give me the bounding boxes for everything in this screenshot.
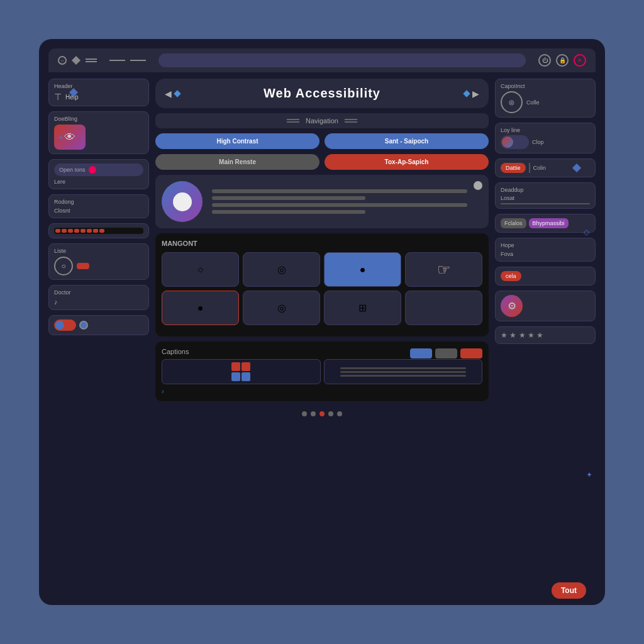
- page-dot-3[interactable]: [319, 411, 325, 416]
- tox-btn[interactable]: Tox-Ap-Sapich: [325, 154, 489, 170]
- grid-cell-2: [242, 362, 250, 371]
- main-renste-btn[interactable]: Main Renste: [155, 154, 319, 170]
- nav-diamond-right: [463, 90, 470, 97]
- url-bar[interactable]: [158, 53, 526, 67]
- browser-line-3: [109, 60, 125, 61]
- caption-more[interactable]: ›: [162, 387, 482, 395]
- toggle-switch-dot: [502, 136, 513, 148]
- open-lens-toggle[interactable]: Open Ions: [54, 164, 143, 176]
- nav-lines-right: [345, 119, 357, 123]
- deco-star-1: ✦: [58, 133, 64, 142]
- grid-cell-4: [242, 372, 250, 381]
- power-button[interactable]: ⏻: [538, 54, 551, 67]
- toggle-dot-active: [89, 166, 96, 174]
- high-contrast-btn[interactable]: High Contrast: [155, 133, 319, 149]
- browser-diamond: [72, 56, 80, 65]
- cela-btn[interactable]: cela: [501, 271, 521, 281]
- pagination: [155, 411, 489, 416]
- mangout-section: MANGONT ○ ◎ ● ☞ ● ◎ ⊞: [155, 233, 489, 336]
- knob-area: [162, 181, 206, 222]
- r-toggle-group: Loy line Clop: [495, 123, 596, 153]
- p-dot-8: [99, 229, 104, 233]
- grid-cell-1: [231, 362, 240, 371]
- r-deaddup: Deaddup Losat: [495, 182, 596, 209]
- knob-control[interactable]: [162, 181, 203, 222]
- doctor-label: Doctor: [54, 289, 143, 296]
- r-stars: ★ ★ ★ ★ ★: [495, 326, 596, 344]
- bhypmassibi-btn[interactable]: Bhypmassibi: [529, 218, 569, 228]
- nav-arrow-left[interactable]: ◀: [165, 89, 180, 99]
- mangout-cell-1[interactable]: ○: [162, 252, 239, 287]
- browser-line-1: [86, 58, 97, 60]
- mangout-cell-2[interactable]: ◎: [243, 252, 320, 287]
- caption-btn-1[interactable]: [410, 348, 432, 358]
- circle-icon-left: ○: [54, 257, 73, 275]
- clop-label: Clop: [532, 139, 544, 145]
- content-line-1: [212, 189, 467, 193]
- content-line-3: [212, 203, 467, 207]
- sidebar-progress-item: [48, 223, 149, 238]
- sidebar-header-item: Header ⊤ Help: [48, 79, 149, 106]
- sidebar-rodong-item: Rodong Closnt: [48, 194, 149, 218]
- fclalos-btn[interactable]: Fclalos: [501, 218, 526, 228]
- tout-button[interactable]: Tout: [552, 582, 586, 599]
- dooblng-label: DoeBlIng: [54, 116, 143, 122]
- toggle-left[interactable]: [54, 319, 76, 331]
- page-dot-4[interactable]: [328, 411, 333, 416]
- mangout-cell-5[interactable]: ●: [162, 291, 239, 325]
- deco-star-3: ◇: [584, 228, 589, 236]
- browser-bar: ○ ⏻ 🔒 ✕: [48, 48, 596, 72]
- browser-circle-1: ○: [58, 56, 67, 65]
- nav-line-1: [287, 119, 299, 120]
- r-fclalos: Fclalos Bhypmassibi: [495, 214, 596, 233]
- star-rating[interactable]: ★ ★ ★ ★ ★: [501, 331, 590, 340]
- nav-lines: [287, 119, 299, 123]
- nav-line-2: [287, 121, 299, 123]
- loy-toggle[interactable]: [501, 135, 529, 149]
- slider-handle[interactable]: [474, 181, 482, 190]
- sidebar-visibility-item: DoeBlIng 👁: [48, 111, 149, 154]
- r-capolinct: CapoIInct ◎ Colle: [495, 79, 596, 118]
- center-panel: ◀ Web Accessibility ▶ Navigation: [155, 79, 489, 591]
- caption-btn-red[interactable]: [460, 348, 482, 358]
- browser-line-2: [86, 61, 97, 62]
- grid-cell-3: [231, 372, 240, 381]
- caption-grid: [162, 359, 482, 384]
- button-row-1: High Contrast Sant - Saipoch: [155, 133, 489, 149]
- sidebar-toggle-item: Open Ions Lere: [48, 159, 149, 189]
- toggle-label: Open Ions: [59, 167, 86, 173]
- web-title: Web Accessibility: [168, 86, 476, 101]
- caption-btn-2[interactable]: [435, 348, 457, 358]
- mangout-cell-7[interactable]: ⊞: [324, 291, 401, 325]
- colin-label: Colin: [533, 165, 547, 171]
- page-dot-2[interactable]: [311, 411, 316, 416]
- dattie-active[interactable]: Dattie: [501, 163, 526, 173]
- mangout-cell-6[interactable]: ◎: [243, 291, 320, 325]
- caption-buttons: [410, 348, 482, 358]
- p-dot-5: [80, 229, 86, 233]
- r-hope-fova: Hope Fova: [495, 238, 596, 262]
- deco-star-2: ✦: [586, 470, 592, 479]
- page-dot-5[interactable]: [337, 411, 342, 416]
- nav-arrow-right[interactable]: ▶: [464, 89, 479, 99]
- content-lines: [212, 181, 467, 222]
- left-sidebar: Header ⊤ Help DoeBlIng 👁 Open Ions Lere: [48, 79, 149, 591]
- toggle-right-dot: [79, 321, 88, 330]
- mangout-title: MANGONT: [162, 240, 482, 247]
- r-cela: cela: [495, 267, 596, 286]
- loy-line-label: Loy line: [501, 127, 590, 133]
- sant-btn[interactable]: Sant - Saipoch: [325, 133, 489, 149]
- gear-icon[interactable]: ⚙: [501, 295, 523, 317]
- close-button[interactable]: ✕: [574, 54, 586, 67]
- caption-line-3: [340, 375, 466, 377]
- mangout-cell-8[interactable]: [405, 291, 482, 325]
- caption-box-lines: [324, 359, 483, 384]
- lock-button[interactable]: 🔒: [556, 54, 569, 67]
- mangout-cell-3[interactable]: ●: [324, 252, 401, 287]
- deaddup-line: [501, 203, 590, 204]
- losat-label: Losat: [501, 195, 590, 201]
- mangout-cell-finger: ☞: [405, 252, 482, 287]
- page-dot-1[interactable]: [302, 411, 307, 416]
- sidebar-doctor-item: Doctor ♪: [48, 285, 149, 310]
- lero-label: Lere: [54, 179, 143, 185]
